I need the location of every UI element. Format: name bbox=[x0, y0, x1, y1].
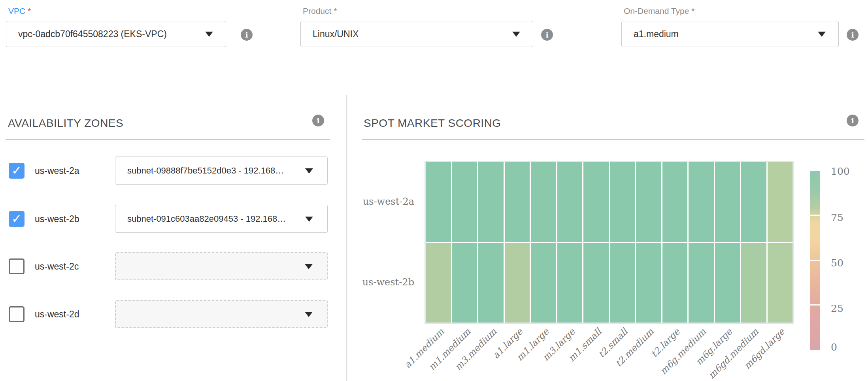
chevron-down-icon bbox=[818, 32, 826, 37]
heatmap-cell-us-west-2b-m3.medium bbox=[478, 243, 504, 323]
colorbar-tick-label: 100 bbox=[831, 166, 850, 177]
heatmap-cell-us-west-2b-m6g.large bbox=[715, 243, 740, 323]
x-axis-label: m6g.medium bbox=[658, 326, 708, 376]
availability-zones-title: AVAILABILITY ZONES bbox=[8, 117, 123, 130]
vpc-select-value: vpc-0adcb70f645508223 (EKS-VPC) bbox=[18, 29, 167, 40]
y-axis-label: us-west-2a bbox=[340, 196, 414, 207]
colorbar-tick-label: 25 bbox=[831, 303, 843, 314]
on-demand-type-label: On-Demand Type * bbox=[624, 6, 839, 16]
az-zone-label: us-west-2b bbox=[35, 205, 79, 233]
required-asterisk: * bbox=[334, 6, 337, 15]
chevron-down-icon bbox=[305, 217, 313, 222]
chevron-down-icon bbox=[205, 32, 213, 37]
heatmap-cell-us-west-2a-m1.large bbox=[531, 162, 556, 242]
chevron-down-icon bbox=[305, 168, 313, 174]
subnet-select-us-west-2d[interactable] bbox=[115, 300, 328, 328]
on-demand-type-select[interactable]: a1.medium bbox=[621, 21, 839, 47]
heatmap-cell-us-west-2a-t2.small bbox=[610, 162, 635, 242]
on-demand-type-info-icon[interactable]: i bbox=[847, 29, 859, 41]
heatmap-cell-us-west-2b-a1.medium bbox=[426, 243, 451, 323]
chevron-down-icon bbox=[305, 264, 313, 269]
az-row-us-west-2c: ✓ us-west-2c bbox=[0, 252, 340, 281]
vpc-label: VPC * bbox=[8, 6, 226, 16]
colorbar-tick-line bbox=[810, 260, 820, 261]
y-axis-label: us-west-2b bbox=[340, 277, 414, 288]
heatmap-cell-us-west-2a-m6gd.medium bbox=[741, 162, 766, 242]
product-info-icon[interactable]: i bbox=[541, 29, 553, 41]
colorbar-tick-label: 50 bbox=[831, 257, 843, 269]
availability-zones-divider bbox=[6, 139, 330, 140]
on-demand-type-field: On-Demand Type * a1.medium bbox=[621, 6, 839, 47]
spot-market-scoring-info-icon[interactable]: i bbox=[847, 115, 859, 126]
heatmap-cell-us-west-2a-t2.medium bbox=[636, 162, 661, 242]
heatmap-cell-us-west-2a-m3.large bbox=[557, 162, 583, 242]
vpc-select[interactable]: vpc-0adcb70f645508223 (EKS-VPC) bbox=[6, 21, 226, 47]
az-zone-label: us-west-2a bbox=[35, 157, 79, 185]
heatmap-cell-us-west-2a-m1.small bbox=[583, 162, 609, 242]
heatmap-cell-us-west-2a-t2.large bbox=[662, 162, 688, 242]
az-row-us-west-2b: ✓ us-west-2b subnet-091c603aa82e09453 - … bbox=[0, 205, 340, 233]
az-checkbox-us-west-2c[interactable]: ✓ bbox=[9, 258, 25, 274]
vpc-info-icon[interactable]: i bbox=[241, 29, 253, 41]
heatmap-cell-us-west-2b-t2.medium bbox=[636, 243, 661, 323]
heatmap-cell-us-west-2b-m1.medium bbox=[452, 243, 477, 323]
subnet-select-us-west-2a[interactable]: subnet-09888f7be5152d0e3 - 192.168… bbox=[115, 157, 328, 185]
product-select[interactable]: Linux/UNIX bbox=[300, 21, 533, 47]
az-row-us-west-2a: ✓ us-west-2a subnet-09888f7be5152d0e3 - … bbox=[0, 157, 340, 185]
heatmap-cell-us-west-2a-m6g.medium bbox=[689, 162, 714, 242]
az-zone-label: us-west-2c bbox=[35, 252, 79, 281]
availability-zones-info-icon[interactable]: i bbox=[312, 115, 324, 126]
heatmap-cell-us-west-2b-m6gd.large bbox=[768, 243, 793, 323]
heatmap-x-axis: a1.mediumm1.mediumm3.mediuma1.largem1.la… bbox=[425, 326, 794, 381]
subnet-select-us-west-2b[interactable]: subnet-091c603aa82e09453 - 192.168… bbox=[115, 205, 328, 233]
checkmark-icon: ✓ bbox=[9, 211, 25, 227]
colorbar-tick-label: 75 bbox=[831, 212, 843, 223]
heatmap-grid bbox=[426, 162, 793, 323]
az-zone-label: us-west-2d bbox=[35, 300, 79, 328]
heatmap-cell-us-west-2b-m1.large bbox=[531, 243, 556, 323]
subnet-select-value: subnet-091c603aa82e09453 - 192.168… bbox=[127, 214, 286, 224]
az-checkbox-us-west-2a[interactable]: ✓ bbox=[9, 163, 25, 179]
heatmap-cell-us-west-2b-m3.large bbox=[557, 243, 583, 323]
heatmap-cell-us-west-2a-a1.medium bbox=[426, 162, 451, 242]
heatmap-cell-us-west-2a-m6g.large bbox=[715, 162, 740, 242]
product-field: Product * Linux/UNIX bbox=[300, 6, 533, 47]
heatmap-cell-us-west-2b-a1.large bbox=[505, 243, 530, 323]
heatmap-cell-us-west-2b-t2.small bbox=[610, 243, 635, 323]
heatmap-cell-us-west-2a-m6gd.large bbox=[768, 162, 793, 242]
heatmap-cell-us-west-2b-m6gd.medium bbox=[741, 243, 766, 323]
heatmap-cell-us-west-2b-t2.large bbox=[662, 243, 688, 323]
required-asterisk: * bbox=[691, 6, 694, 15]
vpc-field: VPC * vpc-0adcb70f645508223 (EKS-VPC) bbox=[6, 6, 226, 47]
spot-market-scoring-title: SPOT MARKET SCORING bbox=[364, 117, 501, 130]
section-vertical-divider bbox=[346, 95, 347, 381]
chevron-down-icon bbox=[305, 312, 313, 317]
heatmap-cell-us-west-2a-m1.medium bbox=[452, 162, 477, 242]
heatmap-cell-us-west-2a-a1.large bbox=[505, 162, 530, 242]
product-label: Product * bbox=[303, 6, 533, 16]
colorbar-tick-line bbox=[810, 304, 820, 306]
subnet-select-value: subnet-09888f7be5152d0e3 - 192.168… bbox=[127, 166, 284, 176]
subnet-select-us-west-2c[interactable] bbox=[115, 252, 328, 280]
checkmark-icon: ✓ bbox=[9, 163, 25, 179]
on-demand-type-select-value: a1.medium bbox=[634, 29, 679, 40]
colorbar-tick-line bbox=[810, 215, 820, 216]
az-checkbox-us-west-2b[interactable]: ✓ bbox=[9, 211, 25, 227]
required-asterisk: * bbox=[28, 6, 31, 15]
az-row-us-west-2d: ✓ us-west-2d bbox=[0, 300, 340, 328]
product-select-value: Linux/UNIX bbox=[313, 29, 359, 40]
heatmap-cell-us-west-2b-m1.small bbox=[583, 243, 609, 323]
chevron-down-icon bbox=[512, 32, 520, 37]
spot-market-heatmap bbox=[425, 161, 794, 324]
colorbar-tick-label: 0 bbox=[831, 341, 837, 353]
heatmap-cell-us-west-2a-m3.medium bbox=[478, 162, 504, 242]
heatmap-cell-us-west-2b-m6g.medium bbox=[689, 243, 714, 323]
spot-market-scoring-divider bbox=[362, 139, 864, 140]
heatmap-colorbar bbox=[810, 171, 820, 350]
az-checkbox-us-west-2d[interactable]: ✓ bbox=[9, 306, 25, 322]
